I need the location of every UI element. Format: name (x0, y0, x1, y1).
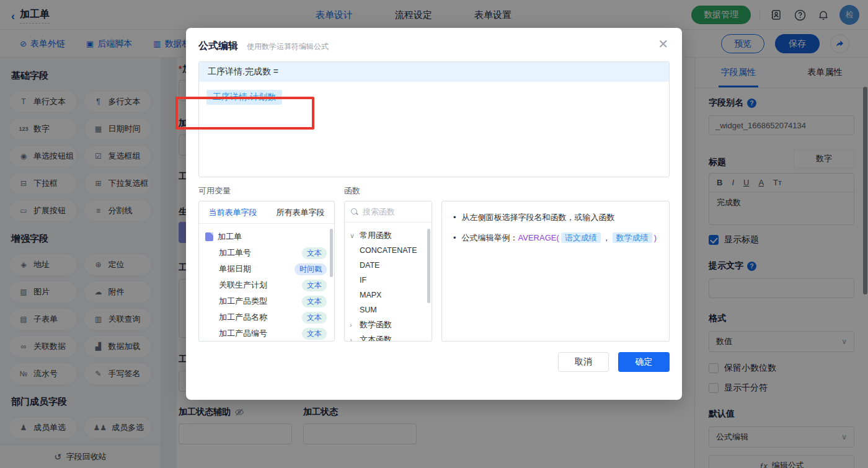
tree-root-form[interactable]: 加工单 (205, 229, 330, 245)
modal-footer: 取消 确定 (186, 352, 670, 372)
function-search[interactable]: 搜索函数 (345, 201, 432, 223)
function-group-label: 文本函数 (360, 334, 392, 342)
chevron-right-icon: › (350, 336, 356, 342)
variable-row[interactable]: 单据日期 时间戳 (205, 261, 330, 277)
variable-name: 加工单号 (219, 247, 251, 258)
variable-name: 加工产品编号 (219, 328, 267, 339)
variable-row[interactable]: 加工产品名称 文本 (205, 309, 330, 325)
search-placeholder: 搜索函数 (363, 206, 395, 218)
bullet-icon: • (453, 211, 456, 224)
variable-name: 单据日期 (219, 263, 251, 275)
example-field-chip: 语文成绩 (561, 232, 601, 243)
close-icon[interactable]: ✕ (658, 38, 668, 50)
panel-labels: 可用变量 函数 (198, 185, 670, 196)
function-item-date[interactable]: DATE (350, 258, 429, 273)
function-close-paren: ) (654, 233, 657, 242)
tab-all-form-fields[interactable]: 所有表单字段 (277, 207, 325, 218)
function-item-mapx[interactable]: MAPX (350, 288, 429, 302)
variable-type-badge: 文本 (302, 312, 327, 324)
tip-line-2: • 公式编辑举例：AVERAGE(语文成绩，数学成绩) (453, 232, 660, 244)
functions-panel: 搜索函数 ∨ 常用函数 CONCATENATE DATE IF MAPX SUM… (344, 201, 432, 342)
tip-example: 公式编辑举例：AVERAGE(语文成绩，数学成绩) (462, 232, 657, 244)
example-field-chip: 数学成绩 (613, 232, 652, 243)
function-tree: ∨ 常用函数 CONCATENATE DATE IF MAPX SUM › 数学… (345, 223, 432, 342)
variable-row[interactable]: 加工产品编号 文本 (205, 325, 330, 342)
chevron-right-icon: › (350, 321, 356, 329)
variable-type-badge: 文本 (302, 328, 327, 340)
function-group-label: 常用函数 (360, 230, 392, 241)
tip-text: 从左侧面板选择字段名和函数，或输入函数 (462, 211, 615, 224)
bullet-icon: • (453, 232, 456, 244)
variable-row[interactable]: 加工单号 文本 (205, 245, 330, 261)
variables-label: 可用变量 (198, 185, 344, 196)
variables-tabs: 当前表单字段 所有表单字段 (199, 201, 334, 224)
function-item-sum[interactable]: SUM (350, 302, 429, 317)
variables-list: 加工单 加工单号 文本 单据日期 时间戳 关联生产计划 文本 (199, 224, 334, 342)
tips-panel: • 从左侧面板选择字段名和函数，或输入函数 • 公式编辑举例：AVERAGE(语… (441, 201, 670, 342)
scrollbar-thumb[interactable] (427, 229, 430, 303)
variable-type-badge: 文本 (302, 280, 327, 291)
variable-name: 加工产品名称 (219, 312, 267, 323)
variable-name: 关联生产计划 (219, 280, 267, 291)
tip-line-1: • 从左侧面板选择字段名和函数，或输入函数 (453, 211, 660, 224)
function-group-text[interactable]: › 文本函数 (350, 332, 429, 342)
modal-subtitle: 使用数学运算符编辑公式 (247, 42, 329, 52)
chevron-down-icon: ∨ (350, 232, 356, 240)
formula-editor: 工序详情.完成数 = 工序详情.计划数 (198, 61, 670, 177)
form-file-icon (205, 232, 213, 241)
functions-label: 函数 (344, 185, 441, 196)
variable-row[interactable]: 关联生产计划 文本 (205, 277, 330, 293)
modal-title: 公式编辑 (198, 40, 238, 53)
formula-input-area[interactable]: 工序详情.计划数 (199, 82, 669, 177)
app-root: ‹ 加工单 表单设计 流程设定 表单设置 数据管理 检 ⊘ (0, 0, 868, 468)
scrollbar-thumb[interactable] (330, 229, 333, 277)
formula-target: 工序详情.完成数 = (199, 62, 669, 82)
formula-edit-modal: 公式编辑 使用数学运算符编辑公式 ✕ 工序详情.完成数 = 工序详情.计划数 可… (186, 28, 682, 400)
variable-name: 加工产品类型 (219, 296, 267, 307)
function-group-common[interactable]: ∨ 常用函数 (350, 228, 429, 243)
function-item-concatenate[interactable]: CONCATENATE (350, 243, 429, 258)
variable-row[interactable]: 加工产品类型 文本 (205, 293, 330, 309)
tree-root-label: 加工单 (218, 231, 242, 242)
variables-panel: 当前表单字段 所有表单字段 加工单 加工单号 文本 单据日期 时间戳 (198, 201, 335, 342)
modal-header: 公式编辑 使用数学运算符编辑公式 (186, 28, 682, 61)
formula-token[interactable]: 工序详情.计划数 (206, 90, 282, 105)
variable-type-badge: 文本 (302, 247, 327, 259)
tab-current-form-fields[interactable]: 当前表单字段 (209, 207, 257, 218)
search-icon (351, 208, 358, 216)
variable-type-badge: 文本 (302, 296, 327, 307)
variable-type-badge: 时间戳 (294, 263, 327, 275)
function-group-math[interactable]: › 数学函数 (350, 317, 429, 332)
function-item-if[interactable]: IF (350, 273, 429, 288)
function-group-label: 数学函数 (360, 319, 392, 330)
function-name: AVERAGE( (518, 233, 559, 242)
cancel-button[interactable]: 取消 (558, 352, 609, 372)
confirm-button[interactable]: 确定 (618, 352, 670, 372)
